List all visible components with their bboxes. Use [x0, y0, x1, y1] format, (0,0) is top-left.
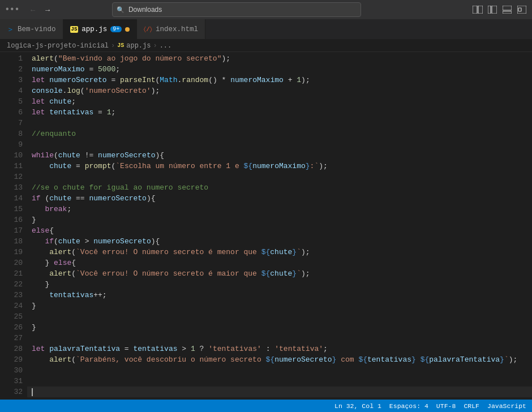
- layout-fullscreen-button[interactable]: [516, 4, 527, 15]
- ln-21: 21: [0, 268, 23, 279]
- layout-sidebar-button[interactable]: [487, 4, 498, 15]
- code-line-2: numeroMaximo = 5000;: [27, 64, 532, 75]
- ln-6: 6: [0, 107, 23, 118]
- nav-buttons: ← →: [26, 3, 54, 16]
- tab-appjs-label: app.js: [81, 25, 107, 33]
- code-line-17: else{: [27, 225, 532, 236]
- tab-welcome[interactable]: ＞ Bem-vindo: [0, 19, 63, 39]
- svg-rect-3: [492, 6, 497, 14]
- code-line-1: alert("Bem-vindo ao jogo do número secre…: [27, 53, 532, 64]
- menu-dots[interactable]: •••: [5, 5, 19, 15]
- ln-23: 23: [0, 290, 23, 301]
- code-line-11: chute = prompt(`Escolha um número entre …: [27, 161, 532, 171]
- ln-12: 12: [0, 171, 23, 182]
- code-line-19: alert(`Você errou! O número secreto é me…: [27, 247, 532, 258]
- line-numbers: 1 2 3 4 5 6 7 8 9 10 11 12 13 14 15 16 1…: [0, 52, 27, 400]
- code-line-31: [27, 376, 532, 387]
- ln-10: 10: [0, 150, 23, 161]
- code-line-4: console.log('numeroSecreto');: [27, 85, 532, 96]
- ln-18: 18: [0, 236, 23, 247]
- ln-5: 5: [0, 96, 23, 107]
- tab-badge: 9+: [110, 26, 122, 32]
- breadcrumb-project: logica-js-projeto-inicial: [7, 42, 109, 50]
- titlebar: ••• ← → 🔍: [0, 0, 532, 20]
- code-line-26: }: [27, 322, 532, 333]
- statusbar: Ln 32, Col 1 Espaços: 4 UTF-8 CRLF JavaS…: [0, 400, 532, 412]
- ln-17: 17: [0, 225, 23, 236]
- ln-26: 26: [0, 322, 23, 333]
- code-line-12: [27, 171, 532, 182]
- ln-30: 30: [0, 365, 23, 376]
- code-line-6: let tentativas = 1;: [27, 107, 532, 118]
- code-line-22: }: [27, 279, 532, 290]
- breadcrumb-sep1: ›: [111, 42, 115, 50]
- ln-25: 25: [0, 311, 23, 322]
- ln-4: 4: [0, 85, 23, 96]
- ln-28: 28: [0, 344, 23, 354]
- code-line-29: alert(`Parabéns, você descobriu o número…: [27, 354, 532, 365]
- code-line-14: if (chute == numeroSecreto){: [27, 193, 532, 204]
- layout-panel-button[interactable]: [501, 4, 513, 15]
- code-line-15: break;: [27, 204, 532, 214]
- code-line-18: if(chute > numeroSecreto){: [27, 236, 532, 247]
- code-line-30: [27, 365, 532, 376]
- js-icon: JS: [70, 26, 79, 33]
- code-line-28: let palavraTentativa = tentativas > 1 ? …: [27, 344, 532, 354]
- ln-31: 31: [0, 376, 23, 387]
- ln-8: 8: [0, 128, 23, 139]
- code-line-9: [27, 139, 532, 150]
- ln-27: 27: [0, 333, 23, 344]
- status-language[interactable]: JavaScript: [487, 402, 526, 410]
- status-spaces[interactable]: Espaços: 4: [389, 402, 428, 410]
- code-content[interactable]: alert("Bem-vindo ao jogo do número secre…: [27, 52, 532, 400]
- svg-rect-1: [478, 6, 483, 14]
- tabs-bar: ＞ Bem-vindo JS app.js 9+ 〈/〉 index.html: [0, 20, 532, 40]
- ln-11: 11: [0, 161, 23, 171]
- status-line-ending[interactable]: CRLF: [464, 402, 479, 410]
- vscode-icon: ＞: [7, 24, 14, 35]
- back-button[interactable]: ←: [26, 3, 40, 16]
- svg-rect-4: [503, 6, 512, 10]
- ln-22: 22: [0, 279, 23, 290]
- breadcrumb-file: app.js: [126, 42, 151, 50]
- breadcrumb-sep2: ›: [153, 42, 157, 50]
- code-line-24: }: [27, 301, 532, 311]
- code-line-23: tentativas++;: [27, 290, 532, 301]
- ln-32: 32: [0, 387, 23, 397]
- ln-2: 2: [0, 64, 23, 75]
- status-encoding[interactable]: UTF-8: [436, 402, 456, 410]
- ln-16: 16: [0, 214, 23, 225]
- svg-rect-5: [503, 11, 512, 14]
- svg-rect-2: [488, 6, 491, 14]
- search-input[interactable]: [112, 2, 361, 17]
- ln-29: 29: [0, 354, 23, 365]
- code-line-13: //se o chute for igual ao numero secreto: [27, 182, 532, 193]
- status-position[interactable]: Ln 32, Col 1: [334, 402, 381, 410]
- svg-rect-0: [473, 6, 477, 14]
- code-line-10: while(chute != numeroSecreto){: [27, 150, 532, 161]
- ln-7: 7: [0, 118, 23, 128]
- code-line-32[interactable]: [27, 387, 532, 397]
- titlebar-right-controls: [472, 4, 527, 15]
- ln-15: 15: [0, 204, 23, 214]
- layout-split-button[interactable]: [472, 4, 483, 15]
- code-line-5: let chute;: [27, 96, 532, 107]
- forward-button[interactable]: →: [41, 3, 54, 16]
- ln-14: 14: [0, 193, 23, 204]
- breadcrumb: logica-js-projeto-inicial › JS app.js › …: [0, 40, 532, 52]
- code-line-3: let numeroSecreto = parseInt(Math.random…: [27, 75, 532, 85]
- tab-indexhtml[interactable]: 〈/〉 index.html: [137, 19, 205, 39]
- tab-appjs[interactable]: JS app.js 9+: [63, 19, 138, 39]
- tab-indexhtml-label: index.html: [156, 25, 198, 33]
- ln-20: 20: [0, 258, 23, 268]
- code-line-27: [27, 333, 532, 344]
- code-line-21: alert(`Você errou! O número secreto é ma…: [27, 268, 532, 279]
- ln-13: 13: [0, 182, 23, 193]
- code-line-16: }: [27, 214, 532, 225]
- html-icon: 〈/〉: [144, 26, 152, 33]
- ln-3: 3: [0, 75, 23, 85]
- breadcrumb-js-icon: JS: [117, 42, 124, 49]
- svg-rect-7: [518, 8, 521, 11]
- tab-welcome-label: Bem-vindo: [18, 25, 56, 33]
- editor[interactable]: 1 2 3 4 5 6 7 8 9 10 11 12 13 14 15 16 1…: [0, 52, 532, 400]
